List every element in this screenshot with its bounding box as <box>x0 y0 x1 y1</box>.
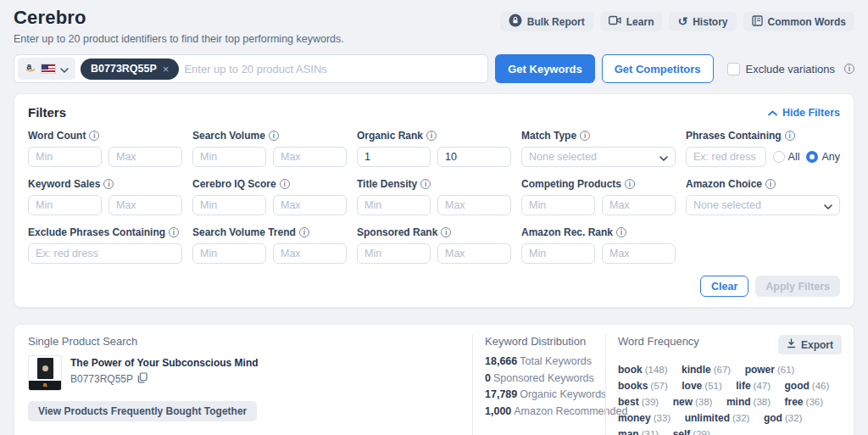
filters-footer: Clear Apply Filters <box>28 276 840 297</box>
download-icon <box>787 338 796 351</box>
title-density-max-input[interactable] <box>437 195 511 215</box>
amazon-choice-dropdown[interactable]: None selected <box>686 195 840 215</box>
radio-any[interactable]: Any <box>806 151 840 163</box>
chevron-up-icon <box>768 107 777 119</box>
page-subtitle: Enter up to 20 product identifiers to fi… <box>14 33 344 45</box>
info-icon[interactable] <box>616 227 626 237</box>
search-volume-min-input[interactable] <box>192 147 266 167</box>
info-icon[interactable] <box>844 64 854 74</box>
keyword-distribution-list: 18,666Total Keywords 0Sponsored Keywords… <box>485 355 604 417</box>
info-icon[interactable] <box>426 131 437 141</box>
info-icon[interactable] <box>169 227 179 237</box>
filters-panel: Filters Hide Filters Word Count Search V… <box>14 93 854 308</box>
clear-button[interactable]: Clear <box>700 276 748 297</box>
topbar: Cerebro Enter up to 20 product identifie… <box>14 7 854 45</box>
remove-asin-icon[interactable] <box>163 64 170 75</box>
info-icon[interactable] <box>441 227 451 237</box>
svt-min-input[interactable] <box>192 243 266 264</box>
keyword-sales-max-input[interactable] <box>108 195 182 215</box>
book-icon <box>752 15 763 29</box>
chevron-down-icon <box>659 149 668 165</box>
get-keywords-button[interactable]: Get Keywords <box>495 54 594 83</box>
competing-products-max-input[interactable] <box>602 195 676 215</box>
amazon-logo-icon: a <box>25 61 36 76</box>
amazon-logo-icon: a <box>29 381 61 390</box>
history-icon: ↺ <box>677 15 687 27</box>
word-frequency-section: Word Frequency Export book148 kindle67 p… <box>605 335 854 435</box>
svt-max-input[interactable] <box>273 243 347 264</box>
word-frequency-item: books57 <box>618 377 668 393</box>
word-frequency-item: free36 <box>785 393 824 410</box>
video-icon <box>609 15 621 28</box>
amazon-rec-max-input[interactable] <box>602 243 676 264</box>
word-frequency-export-button[interactable]: Export <box>778 335 842 354</box>
filter-search-volume-trend: Search Volume Trend <box>192 226 347 264</box>
amazon-rec-min-input[interactable] <box>521 243 595 264</box>
word-frequency-item: good46 <box>785 377 830 393</box>
get-competitors-button[interactable]: Get Competitors <box>602 54 714 83</box>
asin-tag[interactable]: B0773RQ55P <box>81 59 179 80</box>
word-count-max-input[interactable] <box>108 147 182 167</box>
info-icon[interactable] <box>299 227 309 237</box>
asin-input[interactable] <box>184 63 482 75</box>
us-flag-icon <box>41 64 56 74</box>
organic-rank-min-input[interactable] <box>357 147 431 167</box>
search-volume-max-input[interactable] <box>273 147 347 167</box>
filter-word-count: Word Count <box>28 130 182 167</box>
info-icon[interactable] <box>103 179 114 189</box>
word-frequency-item: self29 <box>673 426 710 435</box>
filter-phrases-containing: Phrases Containing All Any <box>686 130 840 167</box>
sponsored-rank-max-input[interactable] <box>437 243 511 264</box>
view-fbt-button[interactable]: View Products Frequently Bought Together <box>28 401 257 421</box>
learn-button[interactable]: Learn <box>600 12 663 31</box>
sponsored-rank-min-input[interactable] <box>357 243 431 264</box>
info-icon[interactable] <box>420 179 431 189</box>
keyword-sales-min-input[interactable] <box>28 195 102 215</box>
product-asin: B0773RQ55P <box>70 372 259 386</box>
exclude-variations-control[interactable]: Exclude variations <box>727 63 855 75</box>
word-frequency-item: kindle67 <box>682 361 731 377</box>
phrases-containing-input[interactable] <box>686 147 766 167</box>
exclude-variations-label: Exclude variations <box>746 63 836 75</box>
info-icon[interactable] <box>580 131 590 141</box>
product-thumbnail: a <box>28 355 62 391</box>
apply-filters-button[interactable]: Apply Filters <box>755 276 840 297</box>
organic-rank-max-input[interactable] <box>437 147 511 167</box>
cerebro-iq-min-input[interactable] <box>192 195 266 215</box>
copy-icon[interactable] <box>137 372 147 386</box>
filter-sponsored-rank: Sponsored Rank <box>357 226 511 264</box>
word-frequency-item: love51 <box>682 377 722 393</box>
info-icon[interactable] <box>765 179 776 189</box>
competing-products-min-input[interactable] <box>521 195 595 215</box>
history-button[interactable]: ↺ History <box>669 12 736 31</box>
marketplace-selector[interactable]: a <box>18 58 75 80</box>
header-actions: Bulk Report Learn ↺ History Common Words <box>500 12 854 31</box>
results-summary-card: Single Product Search a The Power of You… <box>14 324 854 435</box>
info-icon[interactable] <box>269 131 279 141</box>
info-icon[interactable] <box>89 131 99 141</box>
keyword-distribution-section: Keyword Distribution 18,666Total Keyword… <box>472 335 605 435</box>
word-frequency-list: book148 kindle67 power61 books57 love51 … <box>618 361 842 435</box>
filter-grid: Word Count Search Volume Organic Rank <box>28 130 840 264</box>
common-words-button[interactable]: Common Words <box>743 12 854 31</box>
filter-title-density: Title Density <box>357 178 511 215</box>
radio-all[interactable]: All <box>773 151 800 163</box>
info-icon[interactable] <box>785 131 795 141</box>
cerebro-iq-max-input[interactable] <box>273 195 347 215</box>
hide-filters-link[interactable]: Hide Filters <box>768 107 840 119</box>
title-block: Cerebro Enter up to 20 product identifie… <box>14 7 344 45</box>
word-frequency-title: Word Frequency <box>618 335 699 348</box>
filters-header: Filters Hide Filters <box>28 105 840 120</box>
info-icon[interactable] <box>625 179 635 189</box>
keyword-distribution-item: 0Sponsored Keywords <box>485 372 604 384</box>
exclude-phrases-input[interactable] <box>28 243 182 264</box>
single-product-search-title: Single Product Search <box>28 335 459 348</box>
exclude-variations-checkbox[interactable] <box>727 63 740 75</box>
title-density-min-input[interactable] <box>357 195 431 215</box>
word-frequency-item: god32 <box>764 410 802 426</box>
word-count-min-input[interactable] <box>28 147 102 167</box>
keyword-distribution-item: 17,789Organic Keywords <box>485 388 604 400</box>
bulk-report-button[interactable]: Bulk Report <box>500 12 593 31</box>
info-icon[interactable] <box>280 179 290 189</box>
match-type-dropdown[interactable]: None selected <box>521 147 676 167</box>
